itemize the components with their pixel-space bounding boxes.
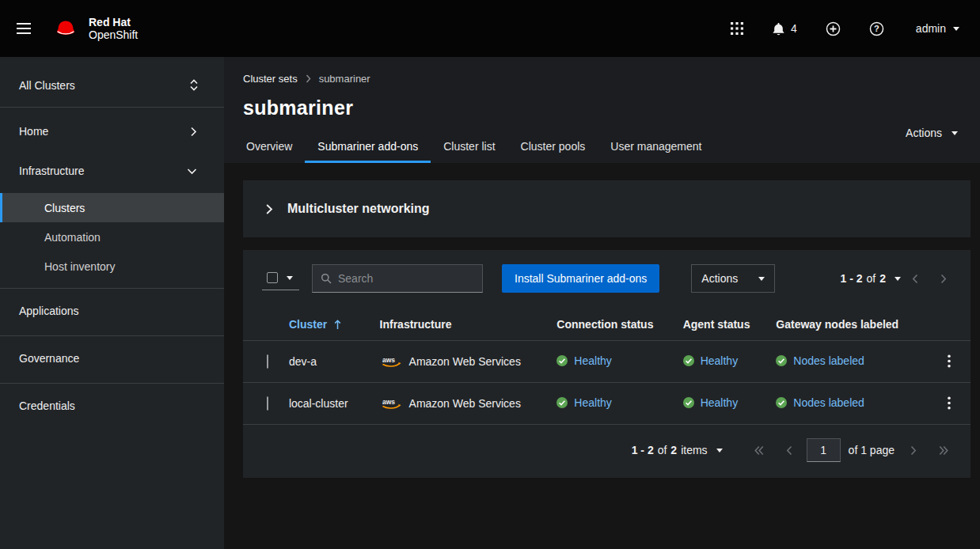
notification-count-badge: 4 <box>791 22 797 35</box>
pagination-range: 1 - 2 <box>632 444 654 456</box>
agent-status-link[interactable]: Healthy <box>683 396 738 409</box>
agent-status-cell: Healthy <box>677 383 770 425</box>
header-kebab-cell <box>927 307 971 341</box>
angle-right-icon <box>940 274 947 284</box>
infrastructure-label: Amazon Web Services <box>409 355 521 368</box>
sidebar-item-credentials-label: Credentials <box>19 399 75 412</box>
notifications-button[interactable]: 4 <box>772 22 797 36</box>
breadcrumb-cluster-sets[interactable]: Cluster sets <box>243 73 298 85</box>
caret-down-icon <box>716 449 723 452</box>
sidebar-item-applications[interactable]: Applications <box>0 293 224 328</box>
gateway-status-cell: Nodes labeled <box>769 383 927 425</box>
user-menu[interactable]: admin <box>916 22 959 35</box>
connection-status-label: Healthy <box>574 354 611 367</box>
app-grid-icon <box>731 22 743 35</box>
first-page-button[interactable] <box>743 441 775 460</box>
redhat-hat-icon <box>51 18 81 40</box>
nav-toggle-button[interactable] <box>8 13 40 44</box>
sidebar-item-governance[interactable]: Governance <box>0 341 224 376</box>
tab-cluster-pools[interactable]: Cluster pools <box>508 132 598 163</box>
connection-status-link[interactable]: Healthy <box>556 396 611 409</box>
connection-status-cell: Healthy <box>550 341 676 383</box>
sidebar-item-governance-label: Governance <box>19 352 79 365</box>
sidebar-item-home[interactable]: Home <box>0 114 224 149</box>
table-actions-dropdown[interactable]: Actions <box>691 264 775 293</box>
sidebar-item-infrastructure[interactable]: Infrastructure <box>0 153 224 188</box>
caret-down-icon <box>895 277 901 281</box>
bulk-select-checkbox[interactable] <box>267 272 278 283</box>
bulk-select-dropdown[interactable] <box>262 267 299 290</box>
next-page-button[interactable] <box>899 441 928 460</box>
pagination-bottom-summary[interactable]: 1 - 2 of 2 items <box>632 444 723 456</box>
sidebar-item-credentials[interactable]: Credentials <box>0 388 224 423</box>
help-button[interactable]: ? <box>869 21 884 36</box>
check-circle-icon <box>556 397 568 408</box>
check-circle-icon <box>683 355 694 366</box>
svg-text:?: ? <box>874 24 879 33</box>
previous-page-button[interactable] <box>775 441 803 460</box>
current-page-input[interactable] <box>807 438 841 462</box>
column-header-connection-status: Connection status <box>550 307 676 341</box>
row-checkbox[interactable] <box>267 354 268 369</box>
connection-status-link[interactable]: Healthy <box>556 354 611 367</box>
row-checkbox[interactable] <box>267 396 268 411</box>
pagination-of-label: of <box>658 444 667 456</box>
gateway-status-link[interactable]: Nodes labeled <box>776 354 864 367</box>
kebab-icon <box>948 354 951 368</box>
brand-logo[interactable]: Red Hat OpenShift <box>51 16 138 41</box>
pagination-total: 2 <box>670 444 677 456</box>
sidebar-item-host-inventory[interactable]: Host inventory <box>0 252 224 281</box>
sidebar-item-infrastructure-label: Infrastructure <box>19 165 84 177</box>
pagination-total: 2 <box>879 272 886 285</box>
clusters-table: Cluster Infrastructure Connection status… <box>243 307 971 425</box>
create-button[interactable] <box>826 21 841 36</box>
multicluster-networking-card[interactable]: Multicluster networking <box>243 180 971 237</box>
cluster-name-cell: local-cluster <box>283 383 374 425</box>
question-circle-icon: ? <box>869 21 884 36</box>
install-submariner-button[interactable]: Install Submariner add-ons <box>502 264 659 293</box>
check-circle-icon <box>556 355 568 366</box>
kebab-icon <box>948 396 951 410</box>
caret-down-icon <box>287 276 293 280</box>
column-header-infrastructure: Infrastructure <box>374 307 551 341</box>
sidebar-item-home-label: Home <box>19 125 48 138</box>
header-checkbox-cell <box>243 307 283 341</box>
search-input[interactable] <box>338 272 474 285</box>
cluster-switcher[interactable]: All Clusters <box>0 63 224 108</box>
tab-overview[interactable]: Overview <box>234 132 305 163</box>
pagination-prev-button[interactable] <box>901 269 929 289</box>
sidebar-item-clusters[interactable]: Clusters <box>0 193 224 222</box>
plus-circle-icon <box>826 21 841 36</box>
row-checkbox-cell <box>243 383 283 425</box>
check-circle-icon <box>683 397 694 408</box>
pagination-next-button[interactable] <box>929 269 958 289</box>
agent-status-label: Healthy <box>701 354 738 367</box>
aws-icon: aws <box>380 396 402 411</box>
infrastructure-label: Amazon Web Services <box>409 397 521 410</box>
tab-user-management[interactable]: User management <box>598 132 714 163</box>
app-launcher-button[interactable] <box>731 22 743 35</box>
page-actions-dropdown[interactable]: Actions <box>906 127 958 139</box>
pagination-top-summary[interactable]: 1 - 2 of 2 <box>841 272 902 285</box>
row-kebab-menu[interactable] <box>941 353 957 369</box>
column-header-gateway-nodes: Gateway nodes labeled <box>769 307 927 341</box>
row-kebab-menu[interactable] <box>941 395 957 411</box>
last-page-button[interactable] <box>928 441 959 460</box>
brand-name-line2: OpenShift <box>89 28 138 41</box>
caret-down-icon <box>953 27 959 31</box>
tabs: Overview Submariner add-ons Cluster list… <box>234 132 971 163</box>
app-layout: All Clusters Home Infrastructure <box>0 57 980 549</box>
sidebar-item-automation[interactable]: Automation <box>0 222 224 252</box>
sidebar-item-host-inventory-label: Host inventory <box>44 260 115 273</box>
gateway-status-link[interactable]: Nodes labeled <box>776 396 864 409</box>
search-box <box>312 264 483 293</box>
agent-status-link[interactable]: Healthy <box>683 354 738 367</box>
tab-cluster-list[interactable]: Cluster list <box>431 132 507 163</box>
column-header-cluster: Cluster <box>283 307 374 341</box>
breadcrumb: Cluster sets submariner <box>243 73 971 85</box>
chevron-right-icon <box>190 127 197 137</box>
sort-by-cluster-button[interactable]: Cluster <box>289 318 341 331</box>
tab-submariner-add-ons[interactable]: Submariner add-ons <box>305 132 431 163</box>
masthead-icons: 4 ? <box>731 21 884 36</box>
pagination-items-label: items <box>681 444 707 456</box>
